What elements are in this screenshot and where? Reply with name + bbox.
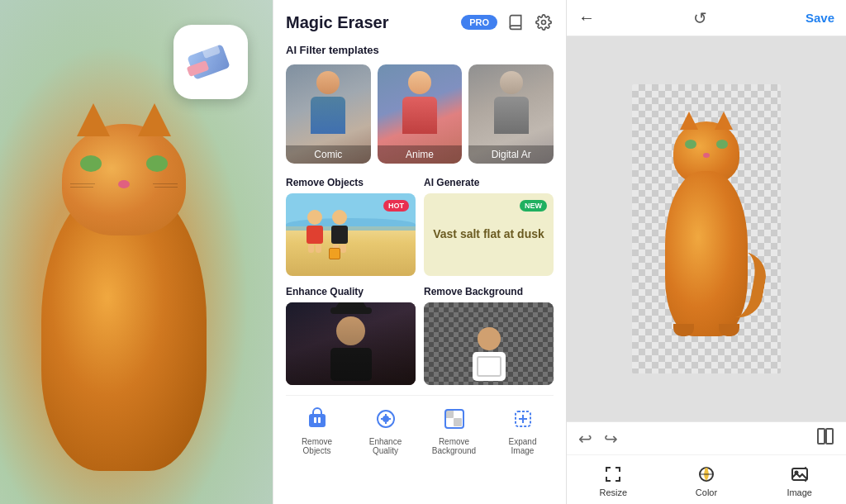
canvas-ear-right: [715, 112, 733, 130]
comic-person: [311, 71, 345, 134]
tab-color[interactable]: Color: [660, 455, 753, 504]
canvas-ear-left: [680, 112, 698, 130]
toolbar-removebg-label: RemoveBackground: [432, 437, 476, 455]
save-button[interactable]: Save: [806, 11, 834, 25]
svg-rect-8: [445, 418, 454, 426]
removebg-person-container: [424, 302, 554, 385]
enhance-quality-section: Enhance Quality: [286, 286, 416, 385]
svg-rect-2: [314, 417, 316, 423]
remove-objects-image[interactable]: HOT: [286, 193, 416, 276]
expand-image-icon: [508, 404, 538, 434]
undo-action-icon[interactable]: ↩: [578, 429, 592, 449]
filter-templates-row: Comic Anime Digital Ar: [286, 64, 554, 164]
hot-badge: HOT: [383, 200, 409, 212]
beach-child1: [307, 210, 323, 253]
ai-generate-text: Vast salt flat at dusk: [433, 226, 544, 243]
resize-label: Resize: [600, 487, 628, 497]
canvas-eye-right: [716, 140, 728, 149]
anime-person: [402, 71, 437, 134]
tab-image[interactable]: Image: [753, 455, 846, 504]
remove-objects-icon: [302, 404, 332, 434]
color-label: Color: [696, 487, 717, 497]
toolbar-remove-objects-label: RemoveObjects: [302, 437, 332, 455]
new-badge: NEW: [520, 200, 547, 212]
app-title: Magic Eraser: [286, 13, 453, 32]
canvas-eye-left: [685, 140, 696, 149]
canvas-area: [567, 36, 846, 421]
svg-rect-1: [309, 414, 326, 427]
removebg-head: [478, 327, 501, 350]
toolbar-expand-image[interactable]: ExpandImage: [492, 404, 554, 455]
filter-digital[interactable]: Digital Ar: [468, 64, 554, 164]
cat-figure: [25, 116, 240, 471]
svg-rect-9: [454, 418, 462, 426]
toolbar-enhance-label: EnhanceQuality: [369, 437, 402, 455]
svg-point-0: [542, 21, 546, 25]
remove-background-section: Remove Background: [424, 286, 554, 385]
back-button[interactable]: ←: [578, 8, 595, 27]
canvas-cat-body: [653, 121, 760, 336]
right-bottom: ↩ ↪ Resize: [567, 421, 846, 504]
right-tab-bar: Resize Color: [567, 455, 846, 504]
middle-panel: Magic Eraser PRO AI Filter templates: [273, 0, 566, 504]
app-header: Magic Eraser PRO: [286, 12, 554, 32]
enhance-quality-icon: [371, 404, 401, 434]
removebg-body: [473, 352, 506, 381]
action-bar: ↩ ↪: [567, 422, 846, 455]
compare-icon[interactable]: [816, 427, 834, 449]
book-icon[interactable]: [506, 12, 525, 32]
ai-generate-card[interactable]: NEW Vast salt flat at dusk: [424, 193, 554, 276]
toolbar-expand-label: ExpandImage: [509, 437, 537, 455]
toolbar-enhance-quality[interactable]: EnhanceQuality: [354, 404, 416, 455]
enhance-quality-image[interactable]: [286, 302, 416, 385]
undo-button[interactable]: ↺: [693, 8, 707, 28]
tab-resize[interactable]: Resize: [567, 455, 660, 504]
svg-point-5: [383, 416, 389, 422]
image-icon: [789, 464, 810, 485]
svg-point-15: [705, 468, 708, 471]
filter-comic[interactable]: Comic: [286, 64, 371, 164]
remove-bg-title: Remove Background: [424, 286, 554, 297]
bottom-toolbar: RemoveObjects EnhanceQuality: [286, 395, 554, 455]
removebg-person: [473, 327, 506, 381]
canvas-cat-torso: [665, 171, 748, 336]
canvas-paw-left: [673, 324, 694, 336]
remove-bg-icon: [440, 404, 469, 434]
toolbar-remove-background[interactable]: RemoveBackground: [423, 404, 485, 455]
enhance-quality-title: Enhance Quality: [286, 286, 416, 297]
filter-anime[interactable]: Anime: [378, 64, 463, 164]
ai-filter-title: AI Filter templates: [286, 44, 554, 56]
eraser-graphic: [186, 37, 235, 87]
svg-rect-13: [826, 429, 833, 444]
sticker: [477, 356, 501, 377]
pro-badge[interactable]: PRO: [461, 15, 497, 30]
left-panel: [0, 0, 273, 504]
digital-person: [494, 71, 529, 134]
svg-rect-3: [318, 417, 321, 423]
right-panel: ← ↺ Save: [566, 0, 846, 504]
beach-child2: [331, 210, 348, 253]
redo-action-icon[interactable]: ↪: [604, 429, 618, 449]
canvas-paw-right: [719, 324, 739, 336]
objects-generate-section: Remove Objects: [286, 177, 554, 276]
toolbar-remove-objects[interactable]: RemoveObjects: [286, 404, 348, 455]
canvas-nose: [703, 153, 710, 158]
remove-objects-section: Remove Objects: [286, 177, 416, 276]
svg-point-17: [795, 471, 797, 473]
canvas-cat: [632, 84, 781, 373]
filter-anime-label: Anime: [378, 145, 463, 164]
right-header: ← ↺ Save: [567, 0, 846, 36]
svg-rect-12: [818, 429, 825, 444]
app-icon-card: [173, 25, 248, 99]
enhance-removebg-section: Enhance Quality Remove Background: [286, 286, 554, 385]
ai-generate-section: AI Generate NEW Vast salt flat at dusk: [424, 177, 554, 276]
filter-digital-label: Digital Ar: [468, 145, 554, 164]
ai-generate-title: AI Generate: [424, 177, 554, 188]
settings-icon[interactable]: [534, 12, 554, 32]
remove-bg-image[interactable]: [424, 302, 554, 385]
canvas-checkered: [632, 84, 781, 373]
resize-icon: [602, 464, 624, 485]
filter-comic-label: Comic: [286, 145, 371, 164]
svg-rect-7: [454, 410, 462, 418]
remove-objects-title: Remove Objects: [286, 177, 416, 188]
